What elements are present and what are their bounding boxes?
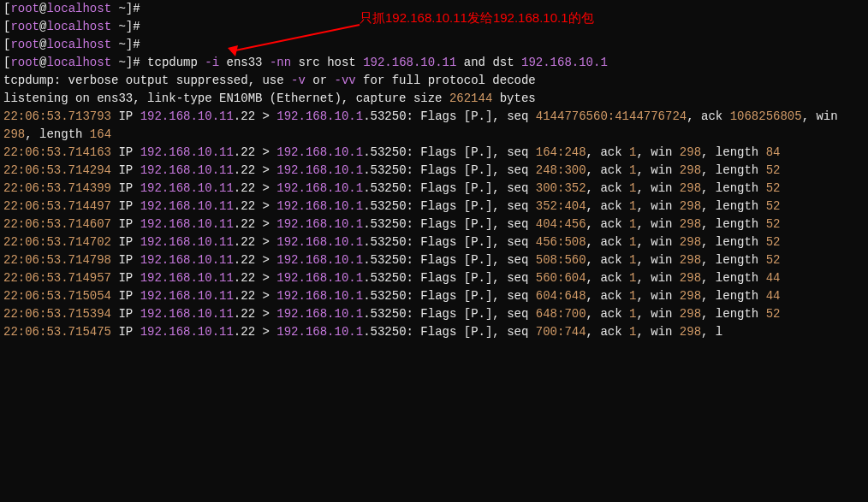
packet-src-port: .22 — [234, 235, 255, 249]
packet-dst-port: .53250 — [363, 163, 406, 177]
packet-line: 22:06:53.715394 IP 192.168.10.11.22 > 19… — [3, 305, 865, 323]
packet-win: 298 — [680, 307, 701, 321]
prompt-host: localhost — [46, 2, 111, 15]
cmd-src-host: src host — [291, 56, 363, 69]
packet-dst-port: .53250 — [363, 271, 406, 285]
prompt-line: [root@localhost ~]# — [3, 0, 865, 18]
packet-win: 298 — [680, 253, 701, 267]
prompt-user: root — [10, 20, 39, 33]
packet-dst-ip: 192.168.10.1 — [276, 145, 363, 159]
packet-length: 52 — [766, 181, 781, 195]
packet-win: 298 — [680, 325, 701, 339]
packet-src-ip: 192.168.10.11 — [140, 109, 234, 123]
cmd-dst: dst — [485, 56, 521, 69]
packet-timestamp: 22:06:53.714957 — [3, 271, 111, 285]
prompt-hash: ]# — [126, 38, 140, 51]
packet-src-ip: 192.168.10.11 — [140, 325, 234, 339]
packet-src-port: .22 — [234, 307, 255, 321]
cmd-iface: ens33 — [219, 56, 270, 69]
packet-seq: 300:352 — [536, 181, 586, 195]
packet-timestamp: 22:06:53.715394 — [3, 307, 111, 321]
packet-line: 22:06:53.715475 IP 192.168.10.11.22 > 19… — [3, 323, 865, 341]
packet-win: 298 — [680, 199, 701, 213]
packet-dst-ip: 192.168.10.1 — [276, 271, 363, 285]
packet-dst-port: .53250 — [363, 109, 406, 123]
packet-length: 52 — [766, 235, 781, 249]
packet-seq: 352:404 — [536, 199, 586, 213]
packet-dst-ip: 192.168.10.1 — [276, 199, 363, 213]
cmd-ip1: 192.168.10.11 — [363, 56, 456, 69]
packet-dst-ip: 192.168.10.1 — [276, 307, 363, 321]
packet-seq: 164:248 — [536, 145, 586, 159]
packet-length: 52 — [766, 307, 781, 321]
cmd-and: and — [456, 56, 485, 69]
packet-seq: 4144776560:4144776724 — [536, 109, 687, 123]
packet-seq: 248:300 — [536, 163, 586, 177]
packet-dst-ip: 192.168.10.1 — [276, 325, 363, 339]
packet-line: 22:06:53.714294 IP 192.168.10.11.22 > 19… — [3, 162, 865, 180]
packet-src-ip: 192.168.10.11 — [140, 145, 234, 159]
packet-dst-ip: 192.168.10.1 — [276, 217, 363, 231]
packet-dst-ip: 192.168.10.1 — [276, 181, 363, 195]
packet-line: 22:06:53.714607 IP 192.168.10.11.22 > 19… — [3, 216, 865, 233]
packet-timestamp: 22:06:53.714399 — [3, 181, 111, 195]
packet-line: 22:06:53.714163 IP 192.168.10.11.22 > 19… — [3, 144, 865, 162]
packet-dst-port: .53250 — [363, 325, 406, 339]
packet-src-port: .22 — [234, 145, 255, 159]
cmd-flag-i: -i — [205, 56, 219, 69]
packet-dst-port: .53250 — [363, 217, 406, 231]
packet-line: 22:06:53.714399 IP 192.168.10.11.22 > 19… — [3, 180, 865, 198]
packet-dst-port: .53250 — [363, 307, 406, 321]
packet-win: 298 — [680, 181, 701, 195]
prompt-host: localhost — [46, 20, 111, 33]
packet-length: 52 — [766, 217, 781, 231]
packet-win: 298 — [3, 127, 25, 141]
prompt-host: localhost — [46, 56, 111, 69]
prompt-user: root — [10, 38, 39, 51]
packet-dst-port: .53250 — [363, 145, 406, 159]
packet-ack: 1068256805 — [730, 109, 802, 123]
packet-timestamp: 22:06:53.715475 — [3, 325, 111, 339]
packet-seq: 604:648 — [536, 289, 586, 303]
packet-seq: 560:604 — [536, 271, 586, 285]
prompt-tilde: ~ — [111, 38, 126, 51]
packet-length: 52 — [766, 199, 781, 213]
prompt-host: localhost — [46, 38, 111, 51]
packet-length: 52 — [766, 163, 781, 177]
packet-src-port: .22 — [234, 325, 255, 339]
packet-timestamp: 22:06:53.714798 — [3, 253, 111, 267]
prompt-tilde: ~ — [111, 56, 126, 69]
cmd-flag-nn: -nn — [270, 56, 291, 69]
packet-src-port: .22 — [234, 163, 255, 177]
packet-src-ip: 192.168.10.11 — [140, 271, 234, 285]
packet-dst-ip: 192.168.10.1 — [276, 109, 363, 123]
packet-src-port: .22 — [234, 181, 255, 195]
packet-src-ip: 192.168.10.11 — [140, 289, 234, 303]
terminal-output[interactable]: [root@localhost ~]#[root@localhost ~]#[r… — [3, 0, 865, 341]
packet-src-port: .22 — [234, 271, 255, 285]
packet-line: 22:06:53.713793 IP 192.168.10.11.22 > 19… — [3, 108, 865, 144]
packet-src-port: .22 — [234, 109, 255, 123]
packet-win: 298 — [680, 145, 701, 159]
prompt-hash: ]# — [126, 20, 140, 33]
tcpdump-listening-msg: listening on ens33, link-type EN10MB (Et… — [3, 90, 865, 108]
packet-dst-port: .53250 — [363, 199, 406, 213]
packet-line: 22:06:53.714798 IP 192.168.10.11.22 > 19… — [3, 251, 865, 269]
packet-length: 164 — [90, 127, 111, 141]
packet-dst-ip: 192.168.10.1 — [276, 253, 363, 267]
cmd-tcpdump: tcpdump — [140, 56, 205, 69]
prompt-tilde: ~ — [111, 20, 126, 33]
packet-src-ip: 192.168.10.11 — [140, 163, 234, 177]
cmd-ip2: 192.168.10.1 — [521, 56, 608, 69]
prompt-tilde: ~ — [111, 2, 126, 15]
packet-src-port: .22 — [234, 253, 255, 267]
packet-seq: 404:456 — [536, 217, 586, 231]
packet-src-port: .22 — [234, 217, 255, 231]
packet-seq: 700:744 — [536, 325, 586, 339]
packet-timestamp: 22:06:53.714702 — [3, 235, 111, 249]
packet-line: 22:06:53.714702 IP 192.168.10.11.22 > 19… — [3, 233, 865, 251]
packet-win: 298 — [680, 289, 701, 303]
packet-line: 22:06:53.714957 IP 192.168.10.11.22 > 19… — [3, 269, 865, 287]
packet-dst-ip: 192.168.10.1 — [276, 235, 363, 249]
packet-src-port: .22 — [234, 289, 255, 303]
